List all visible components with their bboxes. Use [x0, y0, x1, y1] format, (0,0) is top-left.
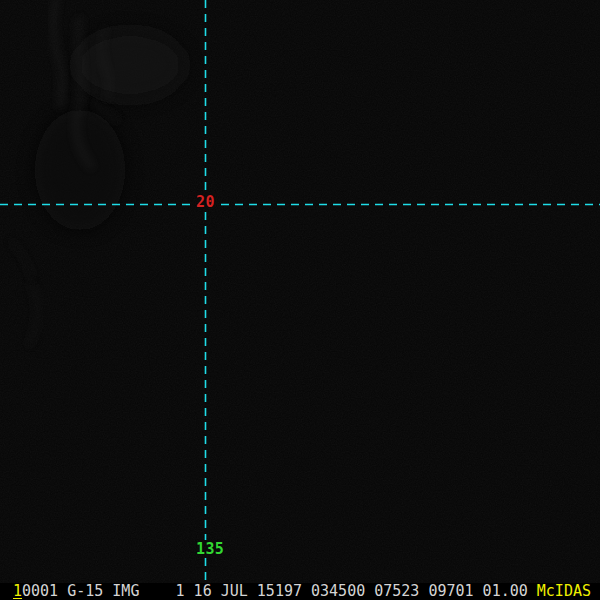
frame-number: 1 [13, 582, 22, 600]
latitude-line-label: 20 [196, 195, 215, 210]
status-info-text: 0001 G-15 IMG 1 16 JUL 15197 034500 0752… [22, 582, 537, 600]
status-bar: 10001 G-15 IMG 1 16 JUL 15197 034500 075… [0, 583, 600, 600]
mcidas-window: 20 135 10001 G-15 IMG 1 16 JUL 15197 034… [0, 0, 600, 600]
mcidas-brand-label: McIDAS [537, 582, 591, 600]
image-canvas[interactable] [0, 0, 600, 600]
longitude-line-label: 135 [196, 542, 224, 557]
